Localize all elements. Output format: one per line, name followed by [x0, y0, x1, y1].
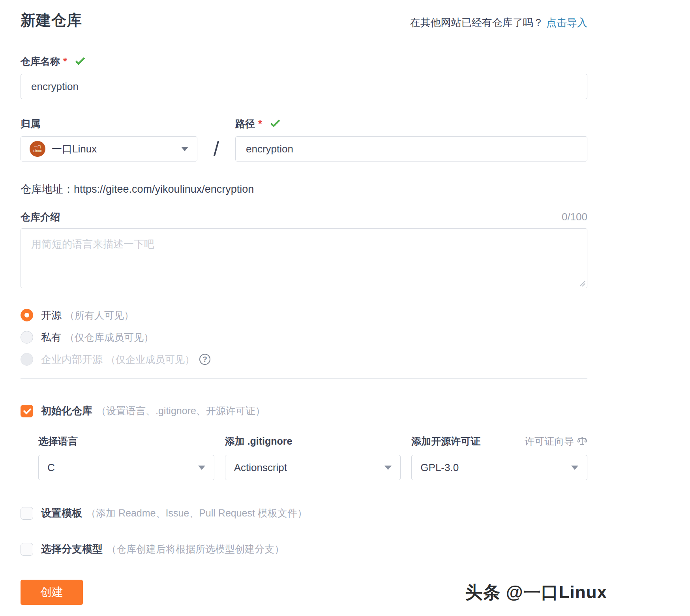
watermark: 头条 @一口Linux — [465, 581, 607, 604]
repo-name-label-row: 仓库名称 * — [21, 54, 587, 68]
path-separator: / — [214, 136, 219, 162]
repo-name-block: 仓库名称 * — [21, 54, 587, 99]
language-select[interactable]: C — [38, 455, 214, 480]
gitignore-value: Actionscript — [234, 462, 287, 474]
gitignore-label-row: 添加 .gitignore — [225, 434, 401, 448]
new-repo-page: 新建仓库 在其他网站已经有仓库了吗？ 点击导入 仓库名称 * 归属 一口 Lin… — [21, 0, 587, 605]
resize-handle-icon[interactable] — [578, 280, 585, 287]
license-column: 添加开源许可证 许可证向导 — [411, 434, 587, 480]
gitignore-label: 添加 .gitignore — [225, 435, 292, 448]
path-input[interactable] — [235, 136, 587, 162]
owner-label-row: 归属 — [21, 116, 197, 131]
visibility-option-private[interactable]: 私有 （仅仓库成员可见） — [21, 329, 587, 345]
help-icon[interactable]: ? — [199, 354, 210, 365]
import-line: 在其他网站已经有仓库了吗？ 点击导入 — [410, 16, 587, 30]
section-divider — [21, 378, 587, 379]
init-repo-label: 初始化仓库 — [41, 404, 92, 418]
scale-icon — [577, 436, 587, 446]
create-button[interactable]: 创建 — [21, 580, 83, 605]
init-repo-hint: （设置语言、.gitignore、开源许可证） — [96, 404, 265, 417]
language-value: C — [47, 462, 55, 474]
owner-label: 归属 — [21, 117, 40, 130]
visibility-enterprise-hint: （仅企业成员可见） — [106, 353, 195, 366]
init-repo-row[interactable]: 初始化仓库 （设置语言、.gitignore、开源许可证） — [21, 404, 587, 418]
bottom-row: 创建 头条 @一口Linux — [21, 580, 587, 605]
description-textarea-wrap — [21, 228, 587, 290]
visibility-option-open[interactable]: 开源 （所有人可见） — [21, 307, 587, 323]
branch-model-hint: （仓库创建后将根据所选模型创建分支） — [107, 543, 284, 556]
slash-column: / — [197, 116, 235, 162]
page-title: 新建仓库 — [21, 10, 82, 30]
gitignore-select[interactable]: Actionscript — [225, 455, 401, 480]
import-question: 在其他网站已经有仓库了吗？ — [410, 17, 544, 28]
visibility-open-label: 开源 — [41, 308, 62, 322]
language-label: 选择语言 — [38, 435, 78, 448]
path-label: 路径 — [235, 117, 255, 130]
owner-value: 一口Linux — [52, 142, 97, 156]
required-asterisk: * — [63, 56, 67, 67]
chevron-down-icon — [181, 147, 188, 151]
path-required-asterisk: * — [258, 118, 262, 130]
license-value: GPL-3.0 — [420, 462, 459, 474]
license-select[interactable]: GPL-3.0 — [411, 455, 587, 480]
owner-avatar: 一口 Linux — [30, 141, 45, 157]
avatar-text-line1: 一口 — [34, 145, 41, 149]
visibility-open-hint: （所有人可见） — [65, 309, 134, 322]
path-label-row: 路径 * — [235, 116, 587, 131]
owner-select[interactable]: 一口 Linux 一口Linux — [21, 136, 197, 162]
visibility-private-hint: （仅仓库成员可见） — [65, 331, 154, 344]
visibility-option-enterprise: 企业内部开源 （仅企业成员可见） ? — [21, 351, 587, 367]
branch-model-label: 选择分支模型 — [41, 542, 103, 556]
checkbox-unchecked-icon — [21, 543, 33, 556]
radio-unselected-icon — [21, 331, 33, 344]
license-wizard-link[interactable]: 许可证向导 — [525, 435, 587, 448]
description-head: 仓库介绍 0/100 — [21, 210, 587, 223]
license-wizard-text: 许可证向导 — [525, 435, 574, 448]
language-label-row: 选择语言 — [38, 434, 214, 448]
chevron-down-icon — [384, 466, 392, 470]
visibility-group: 开源 （所有人可见） 私有 （仅仓库成员可见） 企业内部开源 （仅企业成员可见）… — [21, 307, 587, 367]
valid-check-icon — [75, 55, 85, 65]
radio-selected-icon — [21, 309, 33, 321]
char-counter: 0/100 — [562, 211, 587, 223]
template-label: 设置模板 — [41, 506, 82, 520]
repo-name-input[interactable] — [21, 74, 587, 99]
owner-column: 归属 一口 Linux 一口Linux — [21, 116, 197, 162]
gitignore-column: 添加 .gitignore Actionscript — [225, 434, 401, 480]
path-valid-check-icon — [270, 117, 280, 127]
import-link[interactable]: 点击导入 — [546, 17, 587, 28]
path-column: 路径 * — [235, 116, 587, 162]
checkbox-checked-icon — [21, 405, 33, 417]
language-column: 选择语言 C — [38, 434, 214, 480]
license-label-row: 添加开源许可证 许可证向导 — [411, 434, 587, 448]
checkbox-unchecked-icon — [21, 507, 33, 520]
template-hint: （添加 Readme、Issue、Pull Request 模板文件） — [86, 507, 307, 520]
radio-disabled-icon — [21, 353, 33, 366]
description-textarea[interactable] — [21, 228, 587, 288]
owner-path-row: 归属 一口 Linux 一口Linux / 路径 * — [21, 116, 587, 162]
init-selects-row: 选择语言 C 添加 .gitignore Actionscript 添加开源许可… — [38, 434, 587, 480]
branch-model-row[interactable]: 选择分支模型 （仓库创建后将根据所选模型创建分支） — [21, 542, 587, 556]
page-header: 新建仓库 在其他网站已经有仓库了吗？ 点击导入 — [21, 10, 587, 30]
description-label: 仓库介绍 — [21, 210, 60, 223]
chevron-down-icon — [571, 466, 578, 470]
description-block: 仓库介绍 0/100 — [21, 210, 587, 290]
visibility-private-label: 私有 — [41, 331, 62, 344]
avatar-text-line2: Linux — [33, 149, 42, 153]
visibility-enterprise-label: 企业内部开源 — [41, 353, 103, 366]
repo-url: 仓库地址：https://gitee.com/yikoulinux/encryp… — [21, 182, 587, 196]
template-row[interactable]: 设置模板 （添加 Readme、Issue、Pull Request 模板文件） — [21, 506, 587, 520]
repo-name-label: 仓库名称 — [21, 55, 60, 68]
license-label: 添加开源许可证 — [411, 435, 480, 448]
chevron-down-icon — [198, 466, 205, 470]
